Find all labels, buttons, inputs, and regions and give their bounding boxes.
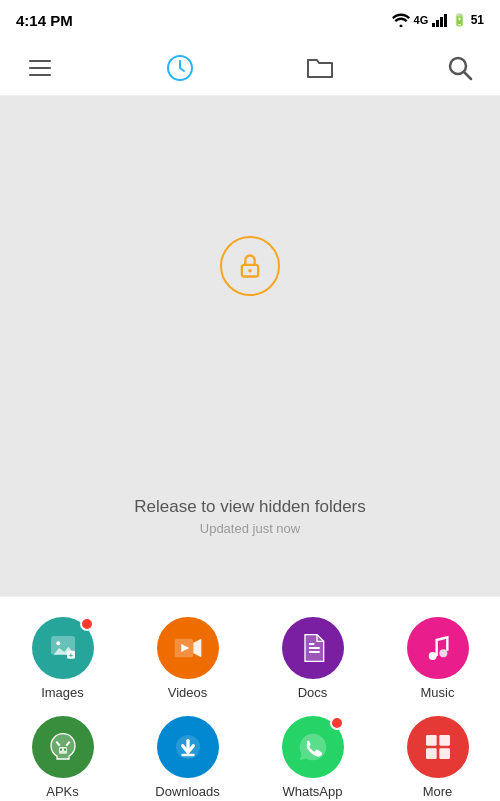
svg-point-24 xyxy=(63,749,65,751)
whatsapp-icon xyxy=(297,731,329,763)
images-label: Images xyxy=(41,685,84,700)
svg-point-20 xyxy=(428,652,436,660)
search-button[interactable] xyxy=(440,48,480,88)
svg-point-11 xyxy=(56,641,60,645)
nav-item-images[interactable]: + Images xyxy=(0,609,125,708)
menu-button[interactable] xyxy=(20,48,60,88)
svg-line-7 xyxy=(464,72,471,79)
images-badge xyxy=(80,617,94,631)
updated-text: Updated just now xyxy=(134,521,366,536)
svg-rect-4 xyxy=(444,14,447,27)
svg-rect-3 xyxy=(440,17,443,27)
apks-icon xyxy=(47,731,79,763)
nav-item-whatsapp[interactable]: WhatsApp xyxy=(250,708,375,801)
docs-label: Docs xyxy=(298,685,328,700)
search-icon xyxy=(447,55,473,81)
svg-rect-31 xyxy=(439,735,450,746)
lock-circle xyxy=(220,236,280,296)
svg-point-9 xyxy=(248,269,252,273)
release-text: Release to view hidden folders xyxy=(134,497,366,517)
downloads-label: Downloads xyxy=(155,784,219,799)
docs-icon xyxy=(297,632,329,664)
downloads-icon-wrap xyxy=(157,716,219,778)
status-time: 4:14 PM xyxy=(16,12,73,29)
svg-point-21 xyxy=(439,649,447,657)
battery-level: 🔋 51 xyxy=(452,13,484,27)
folder-icon xyxy=(306,56,334,80)
whatsapp-badge xyxy=(330,716,344,730)
svg-marker-15 xyxy=(193,639,201,658)
nav-item-docs[interactable]: Docs xyxy=(250,609,375,708)
nav-item-videos[interactable]: Videos xyxy=(125,609,250,708)
folder-button[interactable] xyxy=(300,48,340,88)
images-icon: + xyxy=(47,632,79,664)
wifi-icon xyxy=(392,13,410,27)
bottom-nav: + Images Videos xyxy=(0,596,500,801)
status-icons: 4G 🔋 51 xyxy=(392,13,484,27)
toolbar xyxy=(0,40,500,96)
svg-text:+: + xyxy=(69,652,73,659)
videos-icon xyxy=(172,632,204,664)
more-icon xyxy=(422,731,454,763)
whatsapp-icon-wrap xyxy=(282,716,344,778)
downloads-icon xyxy=(172,731,204,763)
history-icon xyxy=(166,54,194,82)
videos-label: Videos xyxy=(168,685,208,700)
svg-rect-32 xyxy=(426,748,437,759)
hidden-folder-info: Release to view hidden folders Updated j… xyxy=(134,497,366,536)
images-icon-wrap: + xyxy=(32,617,94,679)
music-label: Music xyxy=(421,685,455,700)
nav-item-apks[interactable]: APKs xyxy=(0,708,125,801)
svg-point-23 xyxy=(59,749,61,751)
status-bar: 4:14 PM 4G 🔋 51 xyxy=(0,0,500,40)
signal-icon xyxy=(432,13,448,27)
music-icon-wrap xyxy=(407,617,469,679)
more-label: More xyxy=(423,784,453,799)
svg-rect-2 xyxy=(436,20,439,27)
docs-icon-wrap xyxy=(282,617,344,679)
apks-label: APKs xyxy=(46,784,79,799)
apks-icon-wrap xyxy=(32,716,94,778)
nav-item-more[interactable]: More xyxy=(375,708,500,801)
svg-rect-1 xyxy=(432,23,435,27)
music-icon xyxy=(422,632,454,664)
nav-grid: + Images Videos xyxy=(0,609,500,801)
nav-item-downloads[interactable]: Downloads xyxy=(125,708,250,801)
nav-item-music[interactable]: Music xyxy=(375,609,500,708)
whatsapp-label: WhatsApp xyxy=(283,784,343,799)
videos-icon-wrap xyxy=(157,617,219,679)
more-icon-wrap xyxy=(407,716,469,778)
svg-rect-30 xyxy=(426,735,437,746)
svg-rect-33 xyxy=(439,748,450,759)
lock-icon xyxy=(236,252,264,280)
history-button[interactable] xyxy=(160,48,200,88)
network-type: 4G xyxy=(414,14,429,26)
svg-point-0 xyxy=(399,25,402,28)
main-area: Release to view hidden folders Updated j… xyxy=(0,96,500,596)
